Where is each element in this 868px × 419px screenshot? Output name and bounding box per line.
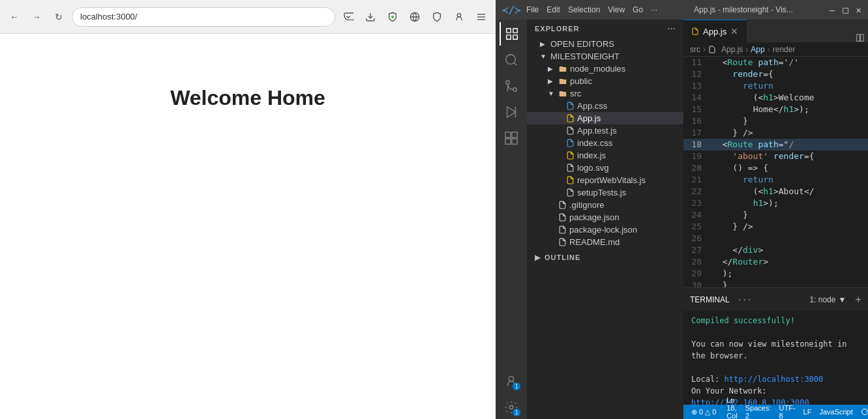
file-package-lock-json[interactable]: package-lock.json	[527, 224, 683, 236]
translate-icon[interactable]	[406, 8, 424, 26]
file-app-test-js[interactable]: App.test.js	[527, 124, 683, 137]
file-logo-svg[interactable]: logo.svg	[527, 162, 683, 174]
editor-layout-button[interactable]	[852, 33, 868, 42]
open-editors-section[interactable]: ▶ OPEN EDITORS	[527, 38, 683, 50]
address-bar[interactable]	[72, 7, 335, 27]
terminal-line-view: You can now view milestoneight in the br…	[691, 338, 860, 362]
back-button[interactable]: ←	[5, 8, 23, 26]
status-line-col[interactable]: Ln 18, Col 27	[724, 396, 740, 419]
shield-icon[interactable]	[383, 8, 402, 26]
status-bar: ⊗ 0 △ 0 Ln 18, Col 27 Spaces: 2 UTF-8 LF…	[683, 405, 868, 419]
menu-selection[interactable]: Selection	[568, 5, 600, 14]
error-icon: ⊗	[691, 408, 697, 416]
code-line-14: 14 (<h1>Welcome	[683, 92, 868, 104]
close-button[interactable]: ✕	[856, 5, 861, 15]
outline-label: OUTLINE	[545, 253, 580, 261]
file-app-js[interactable]: App.js	[527, 112, 683, 124]
svg-rect-15	[505, 139, 511, 144]
terminal-local-url[interactable]: http://localhost:3000	[725, 375, 824, 384]
pocket-icon[interactable]	[339, 8, 357, 26]
svg-marker-11	[507, 107, 516, 118]
reload-button[interactable]: ↻	[50, 8, 68, 26]
setup-tests-label: setupTests.js	[577, 188, 626, 197]
status-errors[interactable]: ⊗ 0 △ 0	[689, 408, 719, 416]
menu-go[interactable]: Go	[633, 5, 643, 14]
terminal-node-selector[interactable]: 1: node ▼	[809, 295, 846, 304]
svg-point-1	[391, 16, 394, 18]
minimize-button[interactable]: —	[830, 5, 835, 15]
file-gitignore[interactable]: .gitignore	[527, 199, 683, 211]
node-modules-folder[interactable]: ▶ node_modules	[527, 63, 683, 75]
outline-panel[interactable]: ▶ OUTLINE	[527, 248, 683, 267]
app-js-label: App.js	[577, 113, 601, 123]
menu-view[interactable]: View	[608, 5, 625, 14]
terminal-add-button[interactable]: +	[855, 293, 861, 306]
logo-svg-label: logo.svg	[577, 163, 608, 173]
file-setup-tests[interactable]: setupTests.js	[527, 186, 683, 199]
code-line-24: 24 }	[683, 209, 868, 221]
activity-search[interactable]	[500, 48, 523, 72]
file-index-css[interactable]: index.css	[527, 137, 683, 149]
maximize-button[interactable]: □	[843, 5, 848, 15]
menu-more[interactable]: ···	[651, 5, 657, 14]
editor-area: App.js ✕ src › App.js › App ›	[683, 20, 868, 419]
tab-app-js[interactable]: App.js ✕	[683, 20, 747, 42]
notification-badge: 1	[513, 383, 520, 390]
outline-arrow: ▶	[535, 253, 541, 262]
file-index-js[interactable]: index.js	[527, 149, 683, 162]
code-line-12: 12 render={	[683, 68, 868, 80]
status-sync[interactable]	[858, 396, 868, 419]
status-spaces[interactable]: Spaces: 2	[743, 396, 774, 419]
file-report-web-vitals[interactable]: reportWebVitals.js	[527, 174, 683, 186]
readme-label: README.md	[569, 237, 620, 247]
project-root[interactable]: ▼ MILESTONEIGHT	[527, 50, 683, 63]
breadcrumb-app[interactable]: App	[751, 45, 764, 54]
status-line-ending[interactable]: LF	[801, 396, 815, 419]
profile-icon[interactable]	[450, 8, 468, 26]
vpn-icon[interactable]	[428, 8, 446, 26]
activity-git[interactable]	[500, 74, 523, 98]
download-icon[interactable]	[361, 8, 380, 26]
menu-file[interactable]: File	[526, 5, 539, 14]
activity-settings[interactable]: 1	[500, 396, 523, 419]
forward-button[interactable]: →	[27, 8, 46, 26]
app-test-js-label: App.test.js	[577, 126, 617, 136]
report-web-vitals-label: reportWebVitals.js	[577, 175, 646, 185]
activity-extensions[interactable]	[500, 126, 523, 150]
activity-remote[interactable]: 1	[500, 369, 523, 393]
status-encoding[interactable]: UTF-8	[777, 396, 798, 419]
breadcrumb-src[interactable]: src	[690, 45, 700, 54]
breadcrumb-render[interactable]: render	[773, 45, 796, 54]
tab-app-js-label: App.js	[703, 27, 726, 36]
public-folder[interactable]: ▶ public	[527, 75, 683, 87]
gitignore-label: .gitignore	[569, 200, 604, 210]
node-modules-label: node_modules	[570, 64, 625, 74]
warning-count: 0	[712, 408, 716, 416]
tab-close-button[interactable]: ✕	[730, 26, 738, 36]
src-folder[interactable]: ▼ src	[527, 87, 683, 100]
activity-explorer[interactable]	[500, 22, 523, 46]
code-line-27: 27 </div>	[683, 244, 868, 256]
terminal-node-label: 1: node	[809, 295, 835, 304]
code-line-29: 29 );	[683, 268, 868, 280]
editor-tabs: App.js ✕	[683, 20, 868, 42]
public-folder-label: public	[570, 76, 592, 86]
code-line-21: 21 return	[683, 174, 868, 186]
code-editor[interactable]: 11 <Route path='/' 12 render={ 13 return…	[683, 57, 868, 287]
sidebar-more[interactable]: ···	[668, 25, 676, 33]
menu-edit[interactable]: Edit	[546, 5, 560, 14]
file-readme[interactable]: README.md	[527, 236, 683, 248]
status-language[interactable]: JavaScript	[816, 396, 855, 419]
terminal-dropdown-icon: ▼	[838, 295, 846, 304]
svg-point-17	[509, 377, 513, 381]
sidebar-header: EXPLORER ···	[527, 20, 683, 38]
activity-run[interactable]	[500, 100, 523, 124]
menu-icon[interactable]	[472, 8, 490, 26]
breadcrumb-appjs[interactable]: App.js	[721, 45, 743, 54]
terminal-more[interactable]: ···	[738, 295, 752, 304]
terminal-tab[interactable]: TERMINAL	[690, 295, 730, 304]
package-json-label: package.json	[569, 212, 620, 222]
app-css-label: App.css	[577, 101, 607, 111]
file-package-json[interactable]: package.json	[527, 211, 683, 224]
file-app-css[interactable]: App.css	[527, 100, 683, 112]
